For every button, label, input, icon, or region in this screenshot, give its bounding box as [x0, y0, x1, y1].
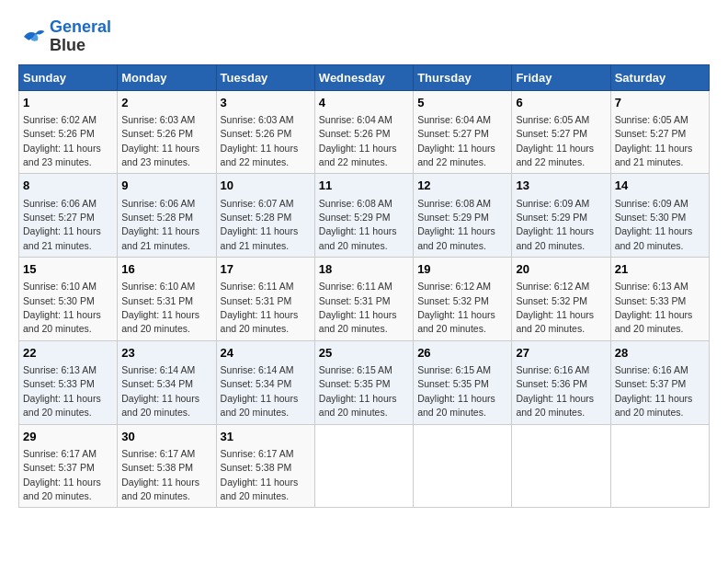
calendar-cell: 29 Sunrise: 6:17 AMSunset: 5:37 PMDaylig… [19, 424, 118, 508]
day-number: 14 [615, 178, 705, 194]
day-number: 11 [319, 178, 409, 194]
calendar-header-row: SundayMondayTuesdayWednesdayThursdayFrid… [19, 64, 710, 90]
day-info: Sunrise: 6:04 AMSunset: 5:26 PMDaylight:… [319, 114, 397, 167]
calendar-cell: 30 Sunrise: 6:17 AMSunset: 5:38 PMDaylig… [118, 424, 216, 508]
day-info: Sunrise: 6:02 AMSunset: 5:26 PMDaylight:… [23, 114, 101, 167]
calendar-week-row: 22 Sunrise: 6:13 AMSunset: 5:33 PMDaylig… [19, 340, 710, 424]
calendar-cell: 5 Sunrise: 6:04 AMSunset: 5:27 PMDayligh… [414, 90, 512, 174]
day-number: 28 [615, 345, 705, 362]
calendar-cell [610, 424, 709, 508]
header: GeneralBlue [18, 18, 710, 55]
calendar-cell: 31 Sunrise: 6:17 AMSunset: 5:38 PMDaylig… [216, 424, 314, 508]
calendar-cell: 16 Sunrise: 6:10 AMSunset: 5:31 PMDaylig… [118, 258, 216, 341]
logo: GeneralBlue [18, 18, 111, 55]
logo-text: GeneralBlue [50, 18, 111, 55]
day-number: 6 [516, 95, 606, 111]
day-info: Sunrise: 6:05 AMSunset: 5:27 PMDaylight:… [615, 114, 693, 167]
calendar-cell: 28 Sunrise: 6:16 AMSunset: 5:37 PMDaylig… [610, 340, 709, 424]
day-info: Sunrise: 6:08 AMSunset: 5:29 PMDaylight:… [319, 198, 397, 251]
calendar-cell: 21 Sunrise: 6:13 AMSunset: 5:33 PMDaylig… [610, 258, 709, 341]
calendar-week-row: 1 Sunrise: 6:02 AMSunset: 5:26 PMDayligh… [19, 90, 710, 174]
day-number: 12 [417, 178, 507, 194]
calendar-cell [314, 424, 413, 508]
day-number: 23 [121, 345, 211, 362]
day-number: 9 [121, 178, 211, 194]
day-number: 1 [23, 95, 113, 111]
day-info: Sunrise: 6:12 AMSunset: 5:32 PMDaylight:… [417, 281, 495, 334]
calendar-cell: 4 Sunrise: 6:04 AMSunset: 5:26 PMDayligh… [314, 90, 413, 174]
day-info: Sunrise: 6:03 AMSunset: 5:26 PMDaylight:… [221, 114, 299, 167]
calendar-cell: 11 Sunrise: 6:08 AMSunset: 5:29 PMDaylig… [314, 174, 413, 258]
day-number: 10 [221, 178, 311, 194]
weekday-header: Thursday [414, 64, 512, 90]
day-number: 31 [221, 429, 311, 445]
day-info: Sunrise: 6:05 AMSunset: 5:27 PMDaylight:… [516, 114, 594, 167]
day-info: Sunrise: 6:13 AMSunset: 5:33 PMDaylight:… [615, 281, 693, 334]
calendar-cell: 9 Sunrise: 6:06 AMSunset: 5:28 PMDayligh… [118, 174, 216, 258]
calendar-cell: 15 Sunrise: 6:10 AMSunset: 5:30 PMDaylig… [19, 258, 118, 341]
day-info: Sunrise: 6:11 AMSunset: 5:31 PMDaylight:… [319, 281, 397, 334]
weekday-header: Wednesday [314, 64, 413, 90]
day-info: Sunrise: 6:15 AMSunset: 5:35 PMDaylight:… [417, 364, 495, 418]
day-info: Sunrise: 6:12 AMSunset: 5:32 PMDaylight:… [516, 281, 594, 334]
day-number: 7 [615, 95, 705, 111]
day-number: 2 [121, 95, 211, 111]
calendar-cell: 26 Sunrise: 6:15 AMSunset: 5:35 PMDaylig… [414, 340, 512, 424]
day-info: Sunrise: 6:17 AMSunset: 5:38 PMDaylight:… [121, 448, 199, 501]
day-info: Sunrise: 6:09 AMSunset: 5:29 PMDaylight:… [516, 198, 594, 251]
day-number: 19 [417, 261, 507, 278]
day-info: Sunrise: 6:08 AMSunset: 5:29 PMDaylight:… [417, 198, 495, 251]
calendar-cell: 7 Sunrise: 6:05 AMSunset: 5:27 PMDayligh… [610, 90, 709, 174]
day-info: Sunrise: 6:09 AMSunset: 5:30 PMDaylight:… [615, 198, 693, 251]
day-number: 13 [516, 178, 606, 194]
day-number: 18 [319, 261, 409, 278]
day-number: 26 [417, 345, 507, 362]
day-number: 20 [516, 261, 606, 278]
calendar-cell: 1 Sunrise: 6:02 AMSunset: 5:26 PMDayligh… [19, 90, 118, 174]
day-number: 4 [319, 95, 409, 111]
calendar-week-row: 15 Sunrise: 6:10 AMSunset: 5:30 PMDaylig… [19, 258, 710, 341]
calendar-table: SundayMondayTuesdayWednesdayThursdayFrid… [18, 64, 710, 509]
calendar-cell: 10 Sunrise: 6:07 AMSunset: 5:28 PMDaylig… [216, 174, 314, 258]
day-number: 24 [221, 345, 311, 362]
day-info: Sunrise: 6:06 AMSunset: 5:27 PMDaylight:… [23, 198, 101, 251]
day-info: Sunrise: 6:10 AMSunset: 5:30 PMDaylight:… [23, 281, 101, 334]
calendar-cell: 20 Sunrise: 6:12 AMSunset: 5:32 PMDaylig… [512, 258, 610, 341]
day-number: 15 [23, 261, 113, 278]
weekday-header: Tuesday [216, 64, 314, 90]
calendar-cell: 19 Sunrise: 6:12 AMSunset: 5:32 PMDaylig… [414, 258, 512, 341]
calendar-cell [512, 424, 610, 508]
calendar-cell: 25 Sunrise: 6:15 AMSunset: 5:35 PMDaylig… [314, 340, 413, 424]
calendar-cell: 6 Sunrise: 6:05 AMSunset: 5:27 PMDayligh… [512, 90, 610, 174]
day-info: Sunrise: 6:15 AMSunset: 5:35 PMDaylight:… [319, 364, 397, 418]
day-number: 8 [23, 178, 113, 194]
weekday-header: Saturday [610, 64, 709, 90]
day-number: 27 [516, 345, 606, 362]
calendar-cell: 3 Sunrise: 6:03 AMSunset: 5:26 PMDayligh… [216, 90, 314, 174]
day-number: 30 [121, 429, 211, 445]
day-info: Sunrise: 6:17 AMSunset: 5:38 PMDaylight:… [221, 448, 299, 501]
day-number: 21 [615, 261, 705, 278]
day-info: Sunrise: 6:17 AMSunset: 5:37 PMDaylight:… [23, 448, 101, 501]
day-number: 3 [221, 95, 311, 111]
day-number: 5 [417, 95, 507, 111]
day-info: Sunrise: 6:06 AMSunset: 5:28 PMDaylight:… [121, 198, 199, 251]
day-number: 25 [319, 345, 409, 362]
calendar-cell: 14 Sunrise: 6:09 AMSunset: 5:30 PMDaylig… [610, 174, 709, 258]
calendar-cell: 12 Sunrise: 6:08 AMSunset: 5:29 PMDaylig… [414, 174, 512, 258]
day-info: Sunrise: 6:13 AMSunset: 5:33 PMDaylight:… [23, 364, 101, 418]
weekday-header: Monday [118, 64, 216, 90]
day-info: Sunrise: 6:03 AMSunset: 5:26 PMDaylight:… [121, 114, 199, 167]
calendar-cell: 18 Sunrise: 6:11 AMSunset: 5:31 PMDaylig… [314, 258, 413, 341]
calendar-cell: 13 Sunrise: 6:09 AMSunset: 5:29 PMDaylig… [512, 174, 610, 258]
calendar-cell [414, 424, 512, 508]
logo-icon [18, 23, 46, 51]
day-info: Sunrise: 6:16 AMSunset: 5:36 PMDaylight:… [516, 364, 594, 418]
day-info: Sunrise: 6:07 AMSunset: 5:28 PMDaylight:… [221, 198, 299, 251]
day-number: 22 [23, 345, 113, 362]
day-number: 16 [121, 261, 211, 278]
calendar-cell: 8 Sunrise: 6:06 AMSunset: 5:27 PMDayligh… [19, 174, 118, 258]
day-info: Sunrise: 6:04 AMSunset: 5:27 PMDaylight:… [417, 114, 495, 167]
calendar-cell: 27 Sunrise: 6:16 AMSunset: 5:36 PMDaylig… [512, 340, 610, 424]
day-number: 17 [221, 261, 311, 278]
